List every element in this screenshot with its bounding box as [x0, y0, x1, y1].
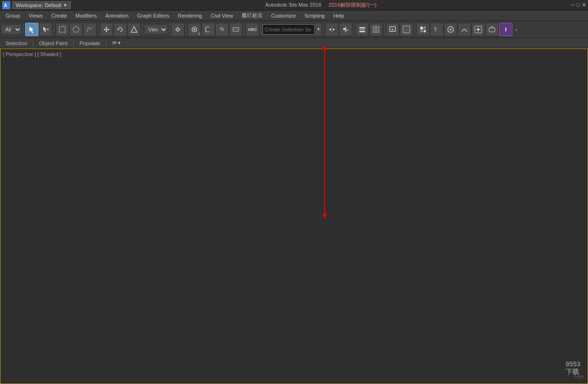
sub-tb-populate[interactable]: Populate [76, 40, 104, 46]
svg-rect-30 [343, 28, 346, 30]
percent-snap-button[interactable]: % [215, 23, 229, 36]
sub-toolbar: Selection Object Paint Populate ✉ ▾ [0, 38, 588, 48]
minimize-button[interactable]: ─ [571, 2, 575, 8]
mirror-button[interactable] [325, 23, 338, 36]
main-toolbar: All [0, 21, 588, 38]
render-icon [389, 26, 396, 33]
scale-icon [130, 26, 138, 33]
tb-sep-9 [323, 24, 324, 35]
sub-tb-selection[interactable]: Selection [2, 40, 31, 46]
tb-sep-7 [244, 24, 244, 35]
menu-rendering[interactable]: Rendering [174, 12, 206, 19]
move-cursor-icon [42, 26, 49, 33]
tb-sep-6 [186, 24, 186, 35]
layers-icon [358, 26, 366, 33]
svg-marker-40 [392, 29, 394, 30]
fence-select-icon [86, 26, 94, 33]
svg-marker-2 [29, 27, 34, 33]
frame-window-icon [403, 26, 410, 33]
app-title: Autodesk 3ds Max 2016 2016解除限制版!(一) [71, 1, 571, 9]
named-sel-button[interactable]: ABC [246, 23, 259, 36]
menu-views[interactable]: Views [25, 12, 47, 19]
svg-marker-11 [106, 31, 107, 32]
svg-marker-10 [106, 27, 107, 28]
tb-sep-4 [142, 24, 143, 35]
extra-btn-3[interactable] [444, 23, 457, 36]
tb-sep-10 [354, 24, 354, 35]
create-sel-dropdown-button[interactable]: ▼ [315, 23, 322, 36]
percent-icon: % [220, 27, 224, 32]
workspace-selector[interactable]: Workspace: Default ▼ [12, 1, 71, 9]
menu-graph-editors[interactable]: Graph Editors [133, 12, 173, 19]
spinner-snap-button[interactable] [229, 23, 242, 36]
extra-icon-5 [474, 26, 482, 33]
rendered-frame-button[interactable] [400, 23, 413, 36]
move-button[interactable] [100, 23, 113, 36]
menu-help[interactable]: Help [329, 12, 348, 19]
svg-text:T: T [434, 27, 437, 32]
extra-btn-5[interactable] [472, 23, 485, 36]
pivot-center-button[interactable] [171, 23, 184, 36]
extra-btn-4[interactable] [458, 23, 471, 36]
menu-bar: Group Views Create Modifiers Animation G… [0, 10, 588, 21]
sub-tb-email[interactable]: ✉ ▾ [108, 40, 125, 46]
svg-rect-42 [404, 28, 409, 32]
menu-civil-view[interactable]: Civil View [207, 12, 237, 19]
menu-scripting[interactable]: Scripting [300, 12, 328, 19]
window-controls[interactable]: ─ □ ✕ [571, 2, 586, 8]
viewport[interactable]: [ Perspective ] [ Shaded ] 9553下载 .com [0, 48, 588, 384]
svg-point-16 [176, 28, 179, 31]
workspace-dropdown-icon: ▼ [63, 3, 67, 8]
scene-explorer-button[interactable] [369, 23, 383, 36]
extra-btn-6[interactable] [485, 23, 499, 36]
layer-manager-button[interactable] [356, 23, 369, 36]
menu-create[interactable]: Create [48, 12, 71, 19]
render-setup-button[interactable] [386, 23, 399, 36]
svg-rect-45 [420, 30, 423, 32]
menu-modingchao[interactable]: 魔叮超渲 [238, 11, 266, 20]
rect-select-button[interactable] [56, 23, 69, 36]
circle-select-button[interactable] [69, 23, 83, 36]
svg-rect-46 [424, 30, 426, 32]
tb-sep-8 [260, 24, 261, 35]
viewport-border [0, 48, 588, 384]
angle-snap-button[interactable] [202, 23, 215, 36]
coord-system-select[interactable]: View [144, 24, 168, 35]
extra-btn-7[interactable]: I [499, 23, 512, 36]
toolbar-overflow: » [513, 27, 520, 32]
rotate-button[interactable] [114, 23, 127, 36]
menu-customize[interactable]: Customize [267, 12, 299, 19]
tb-sep-12 [414, 24, 415, 35]
annotation-line [324, 48, 325, 215]
sub-tb-sep-2 [73, 39, 74, 47]
menu-modifiers[interactable]: Modifiers [72, 12, 101, 19]
select-object-button[interactable] [25, 23, 39, 36]
extra-btn-2[interactable]: T [430, 23, 443, 36]
pivot-icon [174, 26, 182, 33]
sub-tb-sep-1 [33, 39, 33, 47]
viewport-label: [ Perspective ] [ Shaded ] [3, 51, 61, 57]
fence-select-button[interactable] [83, 23, 96, 36]
create-selection-set-input[interactable] [262, 24, 315, 35]
filter-select[interactable]: All [1, 24, 22, 35]
extra-btn-1[interactable] [416, 23, 430, 36]
tb-sep-1 [23, 24, 24, 35]
snap-toggle-button[interactable]: 3 [188, 23, 201, 36]
menu-group[interactable]: Group [2, 12, 24, 19]
sub-tb-object-paint[interactable]: Object Paint [35, 40, 71, 46]
svg-point-22 [193, 29, 195, 30]
scene-explorer-icon [372, 26, 380, 33]
svg-marker-27 [329, 28, 331, 31]
menu-animation[interactable]: Animation [101, 12, 132, 19]
svg-rect-6 [59, 27, 65, 32]
align-button[interactable] [339, 23, 352, 36]
svg-marker-3 [43, 27, 47, 32]
rotate-icon [116, 26, 124, 33]
maximize-button[interactable]: □ [577, 2, 580, 8]
extra-icon-2: T [433, 26, 441, 33]
close-button[interactable]: ✕ [582, 2, 586, 8]
select-move-button[interactable] [39, 23, 52, 36]
scale-button[interactable] [127, 23, 141, 36]
title-bar: A Workspace: Default ▼ Autodesk 3ds Max … [0, 0, 588, 10]
svg-point-7 [73, 27, 79, 32]
